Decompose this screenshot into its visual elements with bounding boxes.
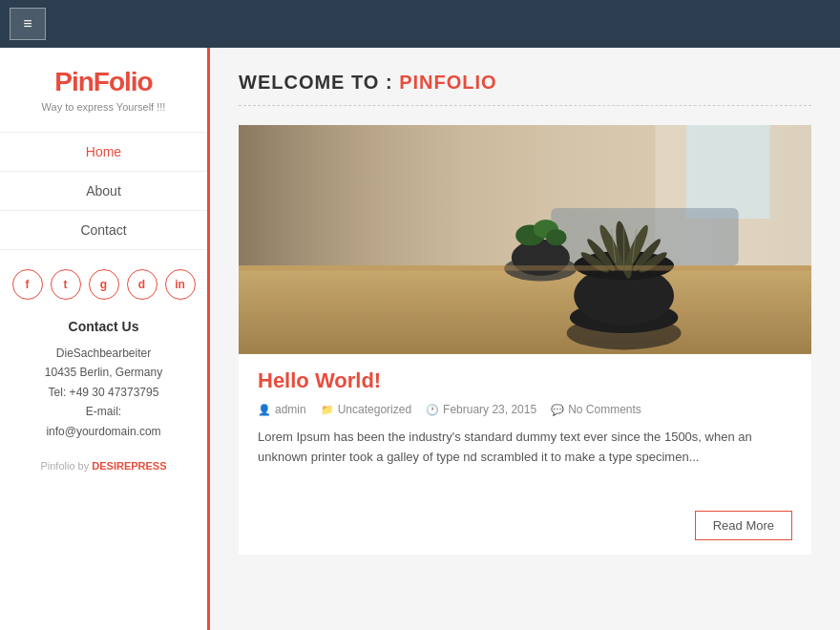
contact-address: 10435 Berlin, Germany xyxy=(14,363,193,382)
dribbble-icon[interactable]: d xyxy=(127,269,158,300)
clock-icon: 🕐 xyxy=(426,404,439,416)
contact-email-label: E-mail: xyxy=(14,402,193,421)
social-icons-group: f t g d in xyxy=(12,269,196,300)
footer-credit: Pinfolio by DesirePress xyxy=(31,460,176,472)
layout: PinFolio Way to express Yourself !!! Hom… xyxy=(0,48,840,630)
nav-item-contact[interactable]: Contact xyxy=(0,211,207,250)
read-more-button[interactable]: Read More xyxy=(695,511,792,540)
page-title: WELCOME TO : PINFOLIO xyxy=(239,72,811,94)
post-category: 📁 Uncategorized xyxy=(321,403,411,416)
linkedin-icon[interactable]: in xyxy=(165,269,196,300)
contact-email[interactable]: info@yourdomain.com xyxy=(14,422,193,441)
main-content: WELCOME TO : PINFOLIO xyxy=(210,48,840,630)
contact-tel: Tel: +49 30 47373795 xyxy=(14,383,193,402)
google-plus-icon[interactable]: g xyxy=(89,269,119,300)
twitter-icon[interactable]: t xyxy=(51,269,81,300)
folder-icon: 📁 xyxy=(321,404,334,416)
nav-item-home[interactable]: Home xyxy=(0,133,207,172)
post-meta: 👤 admin 📁 Uncategorized 🕐 February 23, 2… xyxy=(258,403,792,416)
contact-title: Contact Us xyxy=(14,319,193,334)
sidebar-nav: Home About Contact xyxy=(0,132,207,250)
post-content: Hello World! 👤 admin 📁 Uncategorized 🕐 F… xyxy=(239,354,811,501)
menu-button[interactable]: ≡ xyxy=(10,8,46,40)
svg-rect-5 xyxy=(686,125,769,219)
svg-point-11 xyxy=(546,229,567,245)
user-icon: 👤 xyxy=(258,404,271,416)
post-author: 👤 admin xyxy=(258,403,306,416)
contact-info: DieSachbearbeiter 10435 Berlin, Germany … xyxy=(14,344,193,441)
post-date: 🕐 February 23, 2015 xyxy=(426,403,536,416)
nav-item-about[interactable]: About xyxy=(0,172,207,211)
svg-rect-26 xyxy=(239,265,811,270)
post-excerpt: Lorem Ipsum has been the industry's stan… xyxy=(258,428,792,468)
post-comments: 💬 No Comments xyxy=(551,403,641,416)
post-featured-image xyxy=(239,125,811,354)
site-tagline: Way to express Yourself !!! xyxy=(42,101,166,113)
page-title-section: WELCOME TO : PINFOLIO xyxy=(239,72,811,106)
footer-brand[interactable]: DesirePress xyxy=(92,460,166,472)
top-bar: ≡ xyxy=(0,0,840,48)
facebook-icon[interactable]: f xyxy=(12,269,43,300)
hamburger-icon: ≡ xyxy=(23,15,32,32)
post-title[interactable]: Hello World! xyxy=(258,368,792,393)
site-logo[interactable]: PinFolio xyxy=(54,67,152,97)
post-card: Hello World! 👤 admin 📁 Uncategorized 🕐 F… xyxy=(239,125,811,555)
sidebar: PinFolio Way to express Yourself !!! Hom… xyxy=(0,48,210,630)
contact-company: DieSachbearbeiter xyxy=(14,344,193,363)
read-more-container: Read More xyxy=(239,501,811,555)
comment-icon: 💬 xyxy=(551,404,564,416)
page-title-highlight: PINFOLIO xyxy=(399,72,496,93)
contact-section: Contact Us DieSachbearbeiter 10435 Berli… xyxy=(0,319,207,441)
